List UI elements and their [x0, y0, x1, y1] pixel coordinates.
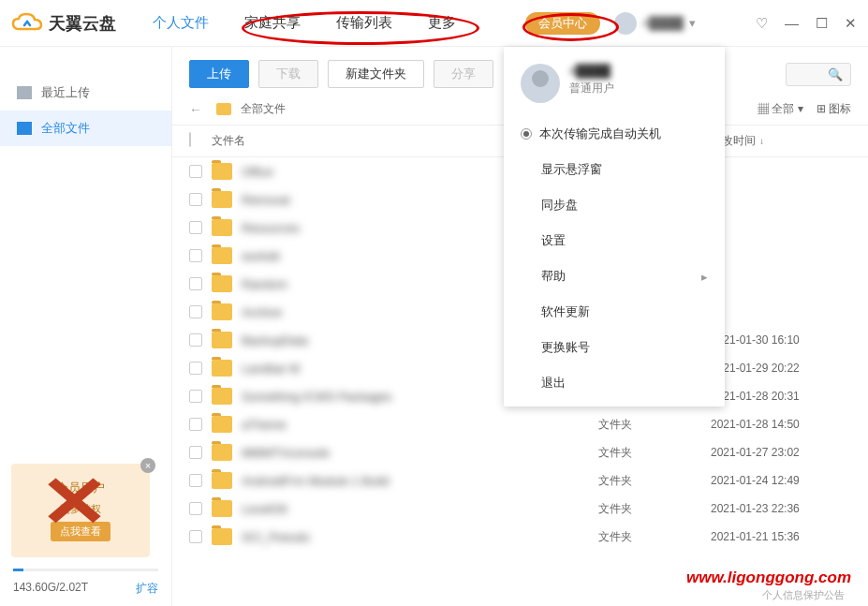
file-type: 文件夹: [598, 417, 711, 433]
maximize-button[interactable]: ☐: [816, 15, 828, 32]
folder-icon: [216, 103, 231, 115]
file-date: 2021-01-23 22:36: [711, 502, 851, 515]
nav-more[interactable]: 更多: [415, 10, 469, 36]
bell-icon[interactable]: ♡: [756, 15, 768, 32]
storage-bar: [13, 569, 158, 571]
folder-icon: [212, 472, 232, 489]
file-date: 2021-01-24 12:49: [711, 474, 851, 487]
app-logo: 天翼云盘: [11, 12, 116, 35]
watermark: www.ligonggong.com: [686, 569, 851, 587]
dd-help[interactable]: 帮助 ▸: [504, 259, 725, 294]
vip-button[interactable]: 会员中心: [525, 12, 600, 35]
row-checkbox[interactable]: [189, 249, 202, 262]
view-mode[interactable]: ⊞ 图标: [817, 101, 851, 117]
main-nav: 个人文件 家庭共享 传输列表 更多: [140, 10, 469, 36]
footer-note: 个人信息保护公告: [762, 588, 845, 602]
dd-user-info: 4████ 普通用户: [504, 47, 725, 116]
sidebar-recent-label: 最近上传: [41, 84, 90, 101]
file-name: LevelOK: [242, 502, 598, 516]
sidebar-all-label: 全部文件: [41, 120, 90, 137]
folder-icon: [212, 500, 232, 517]
breadcrumb-root[interactable]: 全部文件: [241, 101, 286, 117]
app-name: 天翼云盘: [49, 12, 116, 35]
file-type: 文件夹: [598, 529, 711, 545]
table-row[interactable]: MMMTVconsole文件夹2021-01-27 23:02: [172, 438, 868, 466]
folder-icon: [212, 275, 232, 292]
row-checkbox[interactable]: [189, 193, 202, 206]
table-row[interactable]: LevelOK文件夹2021-01-23 22:36: [172, 495, 868, 523]
cloud-icon: [11, 12, 43, 35]
file-name: aTheme: [242, 418, 598, 432]
file-date: 2021-01-21 15:36: [711, 530, 851, 543]
filter-all[interactable]: ▦ 全部 ▾: [758, 101, 803, 117]
row-checkbox[interactable]: [189, 305, 202, 318]
nav-transfer[interactable]: 传输列表: [323, 10, 405, 36]
sidebar-all-files[interactable]: 全部文件: [0, 111, 171, 146]
dd-exit[interactable]: 退出: [504, 365, 725, 401]
folder-icon: [212, 247, 232, 264]
table-row[interactable]: SCI_Pseudo文件夹2021-01-21 15:36: [172, 523, 868, 551]
dd-sync[interactable]: 同步盘: [504, 187, 725, 223]
chevron-down-icon: ▾: [689, 16, 696, 30]
dd-switch[interactable]: 更换账号: [504, 330, 725, 365]
files-icon: [17, 122, 32, 135]
title-bar: 天翼云盘 个人文件 家庭共享 传输列表 更多 会员中心 4████ ▾ ♡ — …: [0, 0, 868, 47]
folder-icon: [212, 191, 232, 208]
dd-auto-shutdown[interactable]: 本次传输完成自动关机: [504, 116, 725, 152]
dd-auto-shutdown-label: 本次传输完成自动关机: [539, 126, 661, 142]
file-type: 文件夹: [598, 501, 711, 517]
user-chip[interactable]: 4████ ▾: [614, 12, 696, 35]
expand-link[interactable]: 扩容: [136, 581, 158, 597]
dd-show-float[interactable]: 显示悬浮窗: [504, 152, 725, 187]
row-checkbox[interactable]: [189, 221, 202, 234]
dd-username: 4████: [569, 64, 614, 78]
dd-update[interactable]: 软件更新: [504, 294, 725, 330]
folder-icon: [212, 444, 232, 461]
table-row[interactable]: aTheme文件夹2021-01-28 14:50: [172, 410, 868, 438]
upload-button[interactable]: 上传: [189, 60, 249, 88]
file-name: MMMTVconsole: [242, 446, 598, 460]
row-checkbox[interactable]: [189, 446, 202, 459]
select-all-checkbox[interactable]: [189, 132, 191, 147]
row-checkbox[interactable]: [189, 277, 202, 290]
row-checkbox[interactable]: [189, 390, 202, 403]
row-checkbox[interactable]: [189, 502, 202, 515]
file-date: 2021-01-27 23:02: [711, 446, 851, 459]
window-controls: ♡ — ☐ ✕: [756, 15, 857, 32]
file-date: 2021-01-30 16:10: [711, 333, 851, 347]
folder-icon: [212, 388, 232, 405]
row-checkbox[interactable]: [189, 530, 202, 543]
row-checkbox[interactable]: [189, 362, 202, 375]
folder-icon: [212, 416, 232, 433]
promo-close-icon[interactable]: ×: [140, 458, 155, 473]
table-row[interactable]: AndroidFrm Module 1 Build文件夹2021-01-24 1…: [172, 466, 868, 495]
row-checkbox[interactable]: [189, 165, 202, 178]
close-button[interactable]: ✕: [845, 15, 857, 32]
row-checkbox[interactable]: [189, 333, 202, 347]
promo-card[interactable]: × 会员用户 更多特权 点我查看 ✕: [11, 464, 150, 557]
folder-icon: [212, 163, 232, 180]
sidebar: 最近上传 全部文件 × 会员用户 更多特权 点我查看 ✕ 143.60G/2.0…: [0, 47, 172, 606]
share-button[interactable]: 分享: [434, 60, 493, 88]
search-input[interactable]: 🔍: [786, 63, 851, 86]
back-icon[interactable]: ←: [189, 102, 202, 117]
file-name: SCI_Pseudo: [242, 530, 598, 544]
folder-icon: [212, 360, 232, 377]
nav-personal[interactable]: 个人文件: [140, 10, 222, 36]
row-checkbox[interactable]: [189, 474, 202, 487]
new-folder-button[interactable]: 新建文件夹: [328, 60, 424, 88]
folder-icon: [212, 332, 232, 348]
minimize-button[interactable]: —: [785, 15, 799, 32]
file-name: AndroidFrm Module 1 Build: [242, 474, 598, 488]
avatar-icon: [521, 64, 560, 103]
folder-icon: [212, 303, 232, 320]
row-checkbox[interactable]: [189, 418, 202, 431]
red-x-overlay: ✕: [39, 460, 110, 543]
nav-family[interactable]: 家庭共享: [231, 10, 314, 36]
dd-settings[interactable]: 设置: [504, 223, 725, 259]
dd-role: 普通用户: [569, 81, 614, 96]
file-date: 2021-01-28 14:50: [711, 418, 851, 431]
sidebar-recent[interactable]: 最近上传: [0, 75, 171, 111]
col-date[interactable]: 修改时间 ↓: [711, 133, 851, 149]
download-button[interactable]: 下载: [258, 60, 318, 88]
